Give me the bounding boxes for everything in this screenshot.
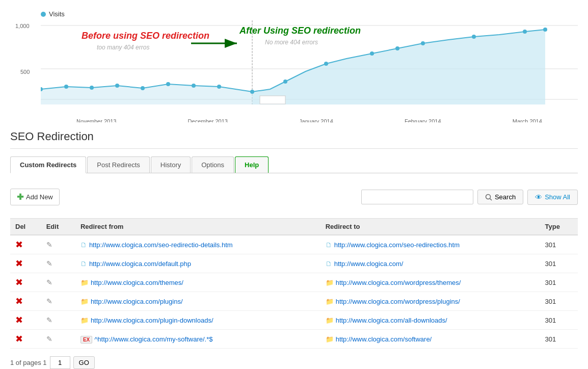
search-input[interactable]: [361, 190, 473, 204]
redirect-to-value: http://www.clogica.com/: [334, 260, 404, 268]
redirect-to-value: http://www.clogica.com/wordpress/themes/: [336, 279, 461, 286]
svg-point-11: [115, 84, 119, 88]
svg-point-13: [166, 82, 170, 86]
edit-button[interactable]: ✎: [46, 297, 52, 305]
svg-point-10: [90, 86, 94, 90]
edit-button[interactable]: ✎: [46, 278, 52, 286]
page-number-input[interactable]: [50, 356, 70, 369]
x-label-nov: November 2013: [76, 118, 116, 122]
add-new-label: Add New: [26, 193, 53, 201]
table-row: ✖✎🗋http://www.clogica.com/default.php🗋ht…: [10, 254, 578, 273]
table-row: ✖✎🗋http://www.clogica.com/seo-redirectio…: [10, 235, 578, 254]
type-value: 301: [540, 311, 578, 330]
plus-icon: ✚: [17, 192, 23, 202]
redirect-to-value: http://www.clogica.com/software/: [336, 335, 432, 343]
svg-point-23: [523, 30, 527, 34]
folder-icon: 📁: [81, 317, 89, 324]
col-type: Type: [540, 219, 578, 235]
tab-options[interactable]: Options: [192, 156, 234, 173]
table-row: ✖✎EX^http://www.clogica.com/my-software/…: [10, 330, 578, 349]
page-icon: 🗋: [326, 241, 332, 249]
legend-dot: [41, 12, 46, 17]
page-icon: 🗋: [81, 241, 87, 249]
folder-icon: 📁: [81, 279, 89, 286]
y-label-500: 500: [20, 69, 30, 75]
edit-button[interactable]: ✎: [46, 335, 52, 343]
svg-point-20: [395, 46, 399, 50]
show-all-button[interactable]: 👁 Show All: [527, 190, 578, 205]
delete-button[interactable]: ✖: [15, 277, 23, 287]
svg-point-19: [370, 51, 374, 56]
pagination-info: 1 of pages 1: [10, 359, 47, 366]
x-labels: November 2013 December 2013 January 2014…: [41, 118, 578, 122]
x-label-mar: March 2014: [513, 118, 542, 122]
add-new-button[interactable]: ✚ Add New: [10, 189, 60, 205]
svg-rect-25: [260, 96, 285, 104]
tabs-container: Custom Redirects Post Redirects History …: [10, 156, 578, 173]
svg-line-27: [490, 198, 492, 200]
delete-button[interactable]: ✖: [15, 258, 23, 269]
edit-button[interactable]: ✎: [46, 316, 52, 324]
svg-point-16: [250, 90, 254, 94]
table-row: ✖✎📁http://www.clogica.com/plugin-downloa…: [10, 311, 578, 330]
ex-badge: EX: [81, 336, 92, 344]
svg-point-22: [472, 35, 476, 39]
eye-icon: 👁: [535, 193, 542, 201]
redirect-from-value: http://www.clogica.com/plugins/: [91, 298, 183, 305]
type-value: 301: [540, 254, 578, 273]
type-value: 301: [540, 235, 578, 254]
tab-post-redirects[interactable]: Post Redirects: [87, 156, 150, 173]
go-button[interactable]: GO: [73, 356, 95, 369]
folder-icon: 📁: [326, 279, 334, 286]
redirect-table: Del Edit Redirect from Redirect to Type …: [10, 218, 578, 349]
toolbar: ✚ Add New Search 👁 Show All: [10, 183, 578, 210]
search-button[interactable]: Search: [477, 190, 523, 204]
search-label: Search: [495, 193, 516, 201]
folder-icon: 📁: [326, 298, 334, 305]
redirect-from-value: ^http://www.clogica.com/my-software/.*$: [94, 335, 212, 343]
redirect-from-value: http://www.clogica.com/seo-redirectio-de…: [89, 241, 233, 249]
svg-point-21: [421, 41, 425, 45]
search-area: Search 👁 Show All: [361, 190, 578, 205]
redirect-to-value: http://www.clogica.com/all-downloads/: [336, 317, 447, 324]
col-redirect-from: Redirect from: [75, 219, 320, 235]
redirect-from-value: http://www.clogica.com/themes/: [91, 279, 183, 286]
page-title: SEO Redirection: [10, 130, 578, 149]
main-content: SEO Redirection Custom Redirects Post Re…: [0, 122, 588, 369]
svg-point-17: [283, 80, 287, 84]
chart-legend: Visits: [41, 10, 578, 18]
folder-icon: 📁: [326, 317, 334, 324]
delete-button[interactable]: ✖: [15, 334, 23, 344]
type-value: 301: [540, 330, 578, 349]
col-edit: Edit: [41, 219, 75, 235]
x-label-dec: December 2013: [188, 118, 228, 122]
tab-help[interactable]: Help: [235, 156, 269, 173]
folder-icon: 📁: [81, 298, 89, 305]
x-label-feb: February 2014: [405, 118, 441, 122]
delete-button[interactable]: ✖: [15, 296, 23, 306]
page-icon: 🗋: [326, 260, 332, 268]
tab-history[interactable]: History: [151, 156, 191, 173]
redirect-from-value: http://www.clogica.com/plugin-downloads/: [91, 317, 213, 324]
svg-point-12: [141, 86, 145, 90]
redirect-to-value: http://www.clogica.com/seo-redirectios.h…: [334, 241, 460, 249]
svg-point-9: [64, 85, 68, 89]
page-icon: 🗋: [81, 260, 87, 268]
svg-point-26: [486, 194, 490, 199]
redirect-from-value: http://www.clogica.com/default.php: [89, 260, 191, 268]
chart-svg: [41, 20, 578, 107]
edit-button[interactable]: ✎: [46, 259, 52, 268]
chart-section: Visits 1,000 500 Before using SEO redire…: [0, 0, 588, 122]
delete-button[interactable]: ✖: [15, 240, 23, 250]
svg-point-18: [324, 62, 328, 66]
redirect-to-value: http://www.clogica.com/wordpress/plugins…: [336, 298, 460, 305]
svg-point-15: [217, 85, 221, 89]
search-icon: [485, 194, 492, 201]
edit-button[interactable]: ✎: [46, 241, 52, 249]
tab-custom-redirects[interactable]: Custom Redirects: [10, 156, 86, 173]
y-label-1000: 1,000: [15, 23, 30, 29]
pagination: 1 of pages 1 GO: [10, 356, 578, 369]
delete-button[interactable]: ✖: [15, 315, 23, 325]
svg-point-24: [543, 28, 547, 32]
col-del: Del: [10, 219, 41, 235]
